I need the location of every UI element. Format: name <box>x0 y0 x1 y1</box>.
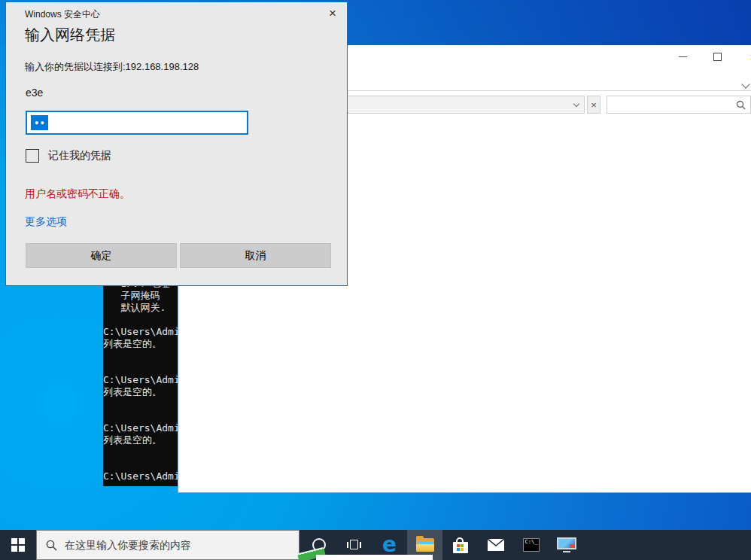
dialog-title: Windows 安全中心 <box>25 8 100 21</box>
peek-window-edge <box>316 555 433 560</box>
mail-button[interactable] <box>478 530 513 560</box>
mail-icon <box>488 539 504 551</box>
command-prompt-button[interactable]: C:\_ <box>513 530 549 560</box>
dialog-subtitle: 输入你的凭据以连接到:192.168.198.128 <box>25 60 199 74</box>
command-prompt-icon: C:\_ <box>523 538 540 552</box>
search-icon <box>736 100 746 110</box>
close-button[interactable]: × <box>738 45 751 68</box>
address-cancel-button[interactable]: × <box>587 96 600 114</box>
password-selected-text: ●● <box>31 115 48 130</box>
maximize-icon <box>713 53 722 61</box>
credential-dialog: Windows 安全中心 × 输入网络凭据 输入你的凭据以连接到:192.168… <box>5 2 348 286</box>
chevron-down-icon <box>741 80 749 88</box>
address-dropdown-button[interactable] <box>569 96 584 113</box>
task-view-icon <box>347 537 362 552</box>
close-icon: × <box>329 6 336 21</box>
password-field[interactable]: ●● <box>26 111 248 135</box>
file-explorer-icon <box>416 538 434 552</box>
monitor-app-icon <box>557 537 576 552</box>
minimize-button[interactable] <box>667 45 698 68</box>
remember-checkbox[interactable] <box>26 149 39 163</box>
ribbon-collapse-button[interactable] <box>743 77 749 90</box>
chevron-down-icon <box>573 100 579 106</box>
store-icon <box>453 542 468 553</box>
search-icon <box>46 540 57 551</box>
taskbar-search-input[interactable] <box>65 539 253 551</box>
desktop: IPv4 地址 子网掩码 默认网关. C:\Users\Admi 列表是空的。 … <box>0 0 751 560</box>
error-message: 用户名或密码不正确。 <box>25 187 130 201</box>
dialog-heading: 输入网络凭据 <box>25 25 115 45</box>
cancel-icon: × <box>591 99 597 111</box>
more-options-link[interactable]: 更多选项 <box>25 215 67 229</box>
username-value: e3e <box>26 87 43 99</box>
taskbar-search-box[interactable] <box>36 530 299 560</box>
cancel-button[interactable]: 取消 <box>180 243 331 268</box>
windows-logo-icon <box>11 538 25 552</box>
explorer-search-box[interactable] <box>607 96 751 114</box>
remember-label: 记住我的凭据 <box>48 149 111 163</box>
dialog-close-button[interactable]: × <box>319 4 346 23</box>
remember-credentials-row: 记住我的凭据 <box>26 149 111 163</box>
minimize-icon <box>679 56 687 57</box>
monitor-app-button[interactable] <box>549 530 584 560</box>
start-button[interactable] <box>0 530 36 560</box>
edge-icon: e <box>382 534 397 555</box>
maximize-button[interactable] <box>702 45 732 68</box>
store-button[interactable] <box>442 530 478 560</box>
ok-button[interactable]: 确定 <box>26 243 177 268</box>
